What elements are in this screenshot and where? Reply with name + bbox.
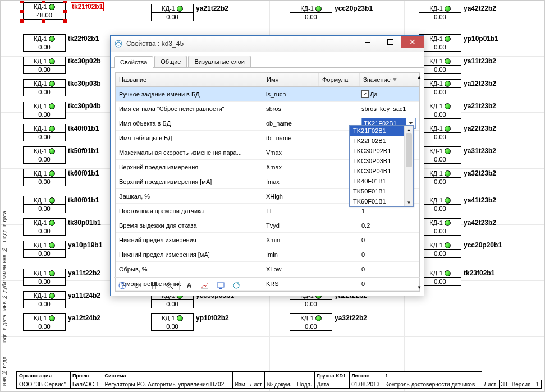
kd-block[interactable]: КД-10.00yp10p01b1 <box>419 34 542 52</box>
property-row[interactable]: Обрыв, %XLow0 <box>116 262 419 276</box>
kd-block[interactable]: КД-10.00ya42t23b2 <box>419 218 542 236</box>
dropdown-option[interactable]: TK40F01B1 <box>350 176 405 186</box>
dropdown-option[interactable]: TK50F01B1 <box>350 186 405 196</box>
status-lamp-icon <box>49 58 55 64</box>
ba-button[interactable]: ba <box>132 279 144 292</box>
kd-value: 0.00 <box>419 250 461 257</box>
sort-desc-icon <box>393 78 397 82</box>
dropdown-option[interactable]: TK22F02B1 <box>350 136 405 146</box>
kd-value: 0.00 <box>419 278 461 285</box>
kd-tag: ya21t23b2 <box>464 102 496 110</box>
scroll-down-icon[interactable]: ▼ <box>405 199 413 206</box>
dropdown-option[interactable]: TK21F02B1 <box>350 126 405 136</box>
close-button[interactable] <box>401 36 424 48</box>
kd-value: 0.00 <box>24 322 65 330</box>
col-formula[interactable]: Формула <box>318 73 359 86</box>
prop-imya: Xmax <box>263 164 318 170</box>
status-lamp-icon <box>445 242 451 248</box>
dropdown-option[interactable]: TKC30P04B1 <box>350 166 405 176</box>
property-row[interactable]: Время выдежки для отказаTvyd0.2 <box>116 218 419 233</box>
tab-visual-layers[interactable]: Визуальные слои <box>188 56 251 67</box>
dropdown-option[interactable]: TKC30P03B1 <box>350 156 405 166</box>
property-row[interactable]: Ручное задание имени в БДis_ruchДа <box>116 87 419 102</box>
dropdown-option[interactable]: TKC30P02B1 <box>350 146 405 156</box>
status-lamp-icon <box>49 170 55 177</box>
kd-label: КД-1 <box>429 219 443 226</box>
grid-scrollbar[interactable]: ▲ ▼ <box>419 72 420 292</box>
titleblock-head-cell: Группа KD1 <box>315 372 350 380</box>
kd-label: КД-1 <box>429 125 443 132</box>
property-row[interactable]: Нижний предел измеренияXmin0 <box>116 233 419 247</box>
property-row[interactable]: Имя сигнала "Сброс неисправности"sbrossb… <box>116 102 419 116</box>
kd-block[interactable]: КД-10.00ya42t22b2 <box>419 4 542 21</box>
prop-name: Имя объекта в БД <box>116 120 263 127</box>
dropdown-option[interactable]: TK60F01B1 <box>350 196 405 206</box>
kd-value: 0.00 <box>24 278 65 285</box>
kd-block[interactable]: КД-10.00ya21t22b2 <box>151 4 274 21</box>
kd-label: КД-1 <box>429 35 443 42</box>
screen-button[interactable] <box>214 279 227 292</box>
help-button[interactable]: ? <box>116 279 129 292</box>
value-text: sbros_key_sac1 <box>361 105 406 112</box>
tab-properties[interactable]: Свойства <box>114 56 153 68</box>
kd-value: 0.00 <box>24 110 65 118</box>
status-lamp-icon <box>445 197 451 204</box>
scroll-up-icon[interactable]: ▲ <box>405 126 413 133</box>
kd-block[interactable]: КД-10.00ya11t23b2 <box>419 57 542 74</box>
find-button[interactable] <box>148 279 160 292</box>
refresh-button[interactable] <box>230 279 242 292</box>
titleblock-cell: ООО "3В-Сервис" <box>17 380 71 389</box>
kd-label: КД-1 <box>162 5 175 12</box>
kd-block[interactable]: КД-10.00ya31t23b2 <box>419 146 542 164</box>
kd-label: КД-1 <box>34 170 47 177</box>
prop-name: Имя сигнала "Сброс неисправности" <box>116 105 263 112</box>
kd-block[interactable]: КД-10.00ya32t23b2 <box>419 169 542 186</box>
col-name[interactable]: Название <box>116 73 263 86</box>
dropdown-scrollbar[interactable]: ▲ ▼ <box>404 126 413 206</box>
prop-imya: XLow <box>263 266 318 273</box>
titleblock-cell: Версия <box>510 380 534 389</box>
kd-label: КД-1 <box>429 197 443 204</box>
kd-block[interactable]: КД-10.00yp10t02b2 <box>151 313 274 331</box>
kd-value: 0.00 <box>419 43 461 51</box>
zoom-button[interactable] <box>163 279 176 292</box>
font-button[interactable]: A <box>183 279 195 292</box>
titleblock-cell: Подп. <box>295 380 315 389</box>
svg-text:?: ? <box>121 283 124 289</box>
kd-label: КД-1 <box>429 242 443 248</box>
chart-button[interactable] <box>199 279 211 292</box>
value-checkbox[interactable]: Да <box>361 90 378 98</box>
kd-block[interactable]: КД-10.00ycc20p23b1 <box>290 4 413 21</box>
status-lamp-icon <box>445 270 451 276</box>
col-value[interactable]: Значение <box>359 73 419 86</box>
kd-block[interactable]: КД-10.00tk23f02b1 <box>419 269 542 286</box>
kd-block[interactable]: КД-10.00ya12t23b2 <box>419 79 542 96</box>
kd-value: 0.00 <box>290 322 332 330</box>
kd-block[interactable]: КД-10.00ya41t23b2 <box>419 196 542 213</box>
kd-value: 0.00 <box>24 178 65 186</box>
tab-general[interactable]: Общие <box>154 56 187 67</box>
minimize-button[interactable] <box>356 36 379 48</box>
status-lamp-icon <box>445 6 451 12</box>
dialog-titlebar[interactable]: Свойства : kd3_45 <box>111 36 424 52</box>
kd-block[interactable]: КД-10.00ya21t23b2 <box>419 102 542 119</box>
kd-block[interactable]: КД-10.00ycc20p20b1 <box>419 241 542 258</box>
ob-name-dropdown[interactable]: TK21F02B1TK22F02B1TKC30P02B1TKC30P03B1TK… <box>349 125 414 207</box>
kd-block[interactable]: КД-10.00ya32t22b2 <box>290 313 413 331</box>
maximize-button[interactable] <box>379 36 401 48</box>
kd-value: 0.00 <box>290 13 332 21</box>
kd-label: КД-1 <box>429 58 443 64</box>
property-row[interactable]: Нижний предел измерения [мА]Imin0 <box>116 247 419 262</box>
scroll-thumb[interactable] <box>406 133 412 167</box>
titleblock-head-cell: 1 <box>383 372 482 380</box>
kd-tag: ya11t22b2 <box>68 269 100 277</box>
checkbox-label: Да <box>370 91 378 98</box>
prop-name: Ручное задание имени в БД <box>116 91 263 98</box>
kd-tag: ya41t23b2 <box>464 196 496 204</box>
kd-block[interactable]: КД-10.00ya22t23b2 <box>419 124 542 141</box>
kd-value: 0.00 <box>419 110 461 118</box>
status-lamp-icon <box>445 58 451 64</box>
kd-block[interactable]: КД-10.00ya12t24b2 <box>23 313 146 331</box>
col-imya[interactable]: Имя <box>263 73 318 86</box>
kd-value: 0.00 <box>419 155 461 163</box>
